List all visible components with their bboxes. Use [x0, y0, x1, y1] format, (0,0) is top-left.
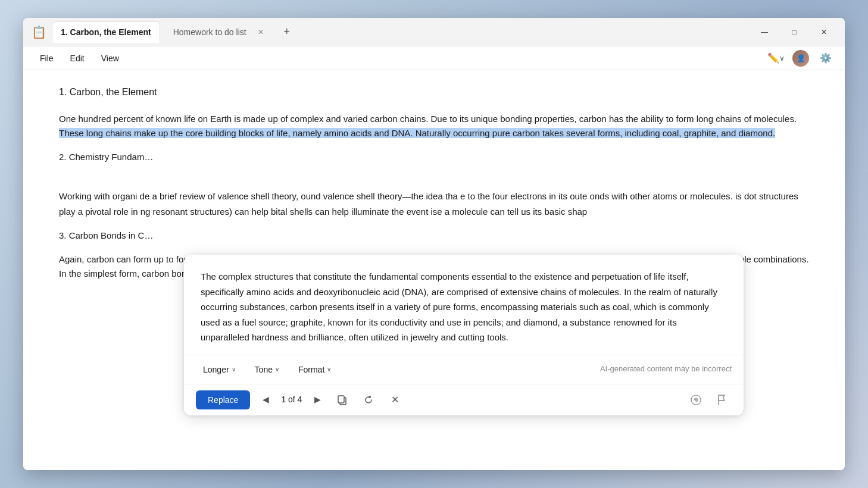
tone-label: Tone — [255, 365, 273, 374]
main-window: 📋 1. Carbon, the Element Homework to do … — [23, 18, 845, 470]
refresh-button[interactable] — [359, 390, 378, 409]
menu-edit[interactable]: Edit — [63, 51, 92, 65]
longer-dropdown[interactable]: Longer ∨ — [196, 361, 243, 378]
paragraph-1-selected: These long chains make up the core build… — [59, 128, 775, 138]
copy-button[interactable] — [333, 390, 352, 409]
flag-icon — [717, 395, 727, 405]
ai-suggestion-text: The complex structures that constitute t… — [184, 255, 744, 355]
document-paragraph-2: Working with organi de a brief review of… — [59, 174, 809, 220]
replace-button[interactable]: Replace — [196, 390, 250, 409]
inactive-tab-label: Homework to do list — [173, 27, 246, 37]
copilot-icon — [690, 394, 702, 406]
format-label: Format — [298, 365, 324, 374]
svg-rect-1 — [338, 396, 344, 403]
minimize-button[interactable]: — — [751, 23, 778, 42]
format-chevron-icon: ∨ — [327, 366, 331, 373]
tone-dropdown[interactable]: Tone ∨ — [248, 361, 286, 378]
ai-popup-toolbar: Longer ∨ Tone ∨ Format ∨ AI-generated co… — [184, 355, 744, 384]
avatar-image: 👤 — [797, 54, 805, 62]
menu-bar-right: ✏️ ∨ 👤 ⚙️ — [766, 49, 835, 68]
ai-disclaimer-text: AI-generated content may be incorrect — [600, 363, 732, 376]
new-tab-button[interactable]: + — [279, 24, 295, 40]
settings-icon: ⚙️ — [820, 52, 832, 64]
longer-label: Longer — [203, 365, 229, 374]
active-tab-label: 1. Carbon, the Element — [61, 27, 151, 37]
svg-point-3 — [695, 399, 697, 401]
previous-suggestion-button[interactable]: ◀ — [257, 392, 274, 408]
document-paragraph-1: One hundred percent of known life on Ear… — [59, 112, 809, 140]
close-button[interactable]: ✕ — [810, 23, 838, 42]
ai-toolbar-button[interactable]: ✏️ ∨ — [766, 49, 785, 68]
tone-chevron-icon: ∨ — [275, 366, 279, 373]
document-heading-3: 3. Carbon Bonds in C… — [59, 229, 809, 243]
paragraph-1-pre: One hundred percent of known life on Ear… — [59, 114, 797, 124]
ai-dropdown-chevron: ∨ — [779, 54, 785, 62]
inactive-tab[interactable]: Homework to do list ✕ — [165, 21, 274, 43]
user-avatar[interactable]: 👤 — [792, 50, 809, 67]
menu-file[interactable]: File — [33, 51, 61, 65]
window-controls: — □ ✕ — [751, 23, 838, 42]
settings-button[interactable]: ⚙️ — [816, 49, 835, 68]
menu-view[interactable]: View — [94, 51, 126, 65]
flag-button[interactable] — [713, 390, 732, 409]
longer-chevron-icon: ∨ — [232, 366, 236, 373]
ai-badge-icon — [686, 390, 705, 409]
suggestion-counter: 1 of 4 — [281, 393, 302, 406]
dismiss-button[interactable]: ✕ — [385, 390, 404, 409]
next-suggestion-button[interactable]: ▶ — [309, 392, 326, 408]
maximize-button[interactable]: □ — [780, 23, 808, 42]
app-icon: 📋 — [30, 24, 47, 40]
document-heading-1: 1. Carbon, the Element — [59, 85, 809, 100]
refresh-icon — [363, 395, 374, 405]
menu-bar: File Edit View ✏️ ∨ 👤 ⚙️ — [23, 46, 845, 70]
copy-icon — [337, 395, 348, 405]
active-tab[interactable]: 1. Carbon, the Element — [52, 21, 160, 43]
tab-close-icon[interactable]: ✕ — [256, 27, 266, 37]
title-bar: 📋 1. Carbon, the Element Homework to do … — [23, 18, 845, 46]
ai-suggestion-popup: The complex structures that constitute t… — [184, 255, 744, 415]
ai-popup-actions: Replace ◀ 1 of 4 ▶ ✕ — [184, 384, 744, 415]
document-heading-2: 2. Chemistry Fundam… — [59, 150, 809, 164]
format-dropdown[interactable]: Format ∨ — [291, 361, 338, 378]
ai-edit-icon: ✏️ — [767, 52, 779, 64]
document-content: 1. Carbon, the Element One hundred perce… — [23, 70, 845, 470]
